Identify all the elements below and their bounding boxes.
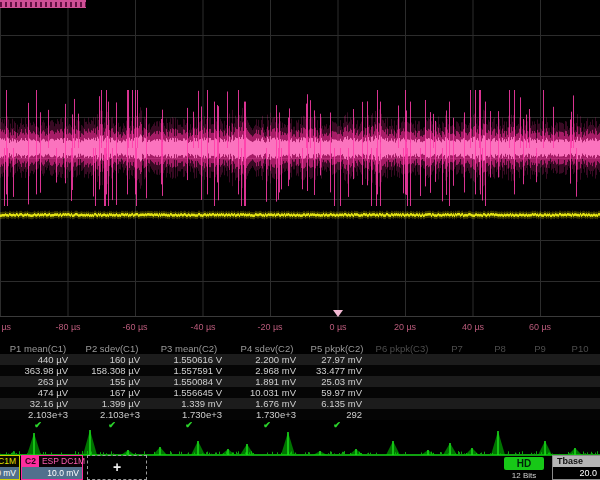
param-value: 59.97 mV [304, 387, 370, 398]
param-value: 32.16 µV [0, 398, 76, 409]
param-value [480, 376, 520, 387]
table-row: 474 µV167 µV1.556645 V10.031 mV59.97 mV [0, 387, 600, 398]
timebase-descriptor[interactable]: Tbase 20.0 [552, 455, 600, 480]
add-trace-button[interactable]: + [87, 455, 147, 480]
param-value [370, 398, 434, 409]
time-tick-label: -40 µs [190, 322, 215, 332]
param-value [370, 376, 434, 387]
time-tick-label: -100 µs [0, 322, 11, 332]
time-axis: -100 µs-80 µs-60 µs-40 µs-20 µs0 µs20 µs… [0, 318, 600, 336]
param-value: 2.968 mV [230, 365, 304, 376]
time-tick-label: 60 µs [529, 322, 551, 332]
param-header[interactable]: P8 [480, 343, 520, 354]
param-value [560, 354, 600, 365]
param-value [560, 409, 600, 420]
param-header[interactable]: P3 mean(C2) [148, 343, 230, 354]
param-value [520, 409, 560, 420]
param-value: 292 [304, 409, 370, 420]
truncated-trace-label [0, 0, 86, 8]
time-tick-label: -20 µs [257, 322, 282, 332]
waveform-display[interactable] [0, 0, 600, 318]
param-value [520, 387, 560, 398]
param-value [520, 365, 560, 376]
param-value [560, 376, 600, 387]
table-row: 32.16 µV1.399 µV1.339 mV1.676 mV6.135 mV [0, 398, 600, 409]
param-header[interactable]: P6 pkpk(C3) [370, 343, 434, 354]
param-value: 2.200 mV [230, 354, 304, 365]
table-row: 440 µV160 µV1.550616 V2.200 mV27.97 mV [0, 354, 600, 365]
param-value: 1.730e+3 [230, 409, 304, 420]
param-value: 167 µV [76, 387, 148, 398]
param-value [480, 387, 520, 398]
param-value: 440 µV [0, 354, 76, 365]
param-header[interactable]: P4 sdev(C2) [230, 343, 304, 354]
param-value: 25.03 mV [304, 376, 370, 387]
channel-c2-descriptor[interactable]: C2 ESP DC1M 10.0 mV [21, 455, 83, 480]
param-value: 1.891 mV [230, 376, 304, 387]
param-value: 27.97 mV [304, 354, 370, 365]
param-value: 2.103e+3 [76, 409, 148, 420]
param-value [480, 365, 520, 376]
param-value [434, 376, 480, 387]
c2-channel-tab: C2 [22, 456, 39, 467]
hd-mode-badge[interactable]: HD [504, 457, 544, 470]
time-tick-label: 40 µs [462, 322, 484, 332]
param-value [370, 387, 434, 398]
param-value: 160 µV [76, 354, 148, 365]
table-row: 363.98 µV158.308 µV1.557591 V2.968 mV33.… [0, 365, 600, 376]
param-value: 474 µV [0, 387, 76, 398]
param-value: 1.550616 V [148, 354, 230, 365]
param-value: 1.556645 V [148, 387, 230, 398]
param-value [560, 387, 600, 398]
c2-title-row: C2 ESP DC1M [22, 456, 82, 467]
param-value: 1.399 µV [76, 398, 148, 409]
param-value: 1.676 mV [230, 398, 304, 409]
param-value [434, 354, 480, 365]
param-header[interactable]: P5 pkpk(C2) [304, 343, 370, 354]
param-value [370, 354, 434, 365]
table-row: 263 µV155 µV1.550084 V1.891 mV25.03 mV [0, 376, 600, 387]
timebase-value: 20.0 [553, 467, 600, 479]
param-value [370, 409, 434, 420]
param-value: 1.557591 V [148, 365, 230, 376]
param-value: 6.135 mV [304, 398, 370, 409]
c2-scale-value: 10.0 mV [22, 467, 82, 479]
c1-coupling-label: DC1M [0, 456, 19, 467]
param-value: 263 µV [0, 376, 76, 387]
oscilloscope-screen: -100 µs-80 µs-60 µs-40 µs-20 µs0 µs20 µs… [0, 0, 600, 480]
param-value [520, 354, 560, 365]
timebase-label: Tbase [553, 456, 600, 467]
hd-bits-label: 12 Bits [500, 471, 548, 480]
param-value [520, 398, 560, 409]
param-value: 1.730e+3 [148, 409, 230, 420]
param-value [434, 387, 480, 398]
param-value: 10.031 mV [230, 387, 304, 398]
parameter-histogram [0, 424, 600, 458]
time-tick-label: -80 µs [55, 322, 80, 332]
param-header[interactable]: P1 mean(C1) [0, 343, 76, 354]
param-value [560, 398, 600, 409]
c2-coupling-label: ESP DC1M [39, 456, 85, 467]
param-value: 155 µV [76, 376, 148, 387]
param-value [434, 398, 480, 409]
param-value [480, 398, 520, 409]
trigger-position-marker[interactable] [333, 310, 343, 317]
param-header[interactable]: P7 [434, 343, 480, 354]
param-value [520, 376, 560, 387]
param-value: 2.103e+3 [0, 409, 76, 420]
time-tick-label: -60 µs [122, 322, 147, 332]
time-tick-label: 0 µs [329, 322, 346, 332]
param-value [480, 409, 520, 420]
param-value [434, 365, 480, 376]
param-value [560, 365, 600, 376]
param-header[interactable]: P10 [560, 343, 600, 354]
param-value: 363.98 µV [0, 365, 76, 376]
measure-table: P1 mean(C1)P2 sdev(C1)P3 mean(C2)P4 sdev… [0, 343, 600, 431]
param-value: 1.339 mV [148, 398, 230, 409]
param-header[interactable]: P9 [520, 343, 560, 354]
param-value [370, 365, 434, 376]
param-value [480, 354, 520, 365]
c1-scale-value: 0 mV [0, 467, 19, 479]
channel-c1-descriptor[interactable]: DC1M 0 mV [0, 455, 20, 480]
param-header[interactable]: P2 sdev(C1) [76, 343, 148, 354]
